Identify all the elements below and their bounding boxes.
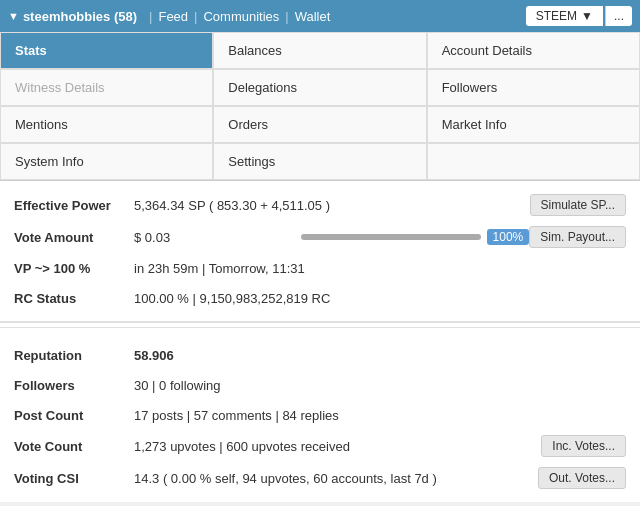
stat-row-reputation: Reputation 58.906 [14, 340, 626, 370]
section-divider [0, 327, 640, 328]
value-rc: 100.00 % | 9,150,983,252,819 RC [134, 291, 626, 306]
menu-followers[interactable]: Followers [427, 69, 640, 106]
value-followers: 30 | 0 following [134, 378, 626, 393]
triangle-icon: ▼ [8, 10, 19, 22]
brand-name: steemhobbies (58) [23, 9, 137, 24]
nav-wallet[interactable]: Wallet [295, 9, 331, 24]
menu-market-info[interactable]: Market Info [427, 106, 640, 143]
nav-communities[interactable]: Communities [203, 9, 279, 24]
value-vote-count: 1,273 upvotes | 600 upvotes received [134, 439, 541, 454]
topbar: ▼ steemhobbies (58) | Feed | Communities… [0, 0, 640, 32]
content: Effective Power 5,364.34 SP ( 853.30 + 4… [0, 181, 640, 502]
stat-row-followers: Followers 30 | 0 following [14, 370, 626, 400]
sep1: | [149, 9, 152, 24]
menu-witness-details[interactable]: Witness Details [0, 69, 213, 106]
stat-row-vote-count: Vote Count 1,273 upvotes | 600 upvotes r… [14, 430, 626, 462]
sep3: | [285, 9, 288, 24]
menu-system-info[interactable]: System Info [0, 143, 213, 180]
stats-section: Effective Power 5,364.34 SP ( 853.30 + 4… [0, 181, 640, 323]
label-vote-count: Vote Count [14, 439, 134, 454]
value-reputation: 58.906 [134, 348, 626, 363]
rep-section: Reputation 58.906 Followers 30 | 0 follo… [0, 332, 640, 502]
label-rc: RC Status [14, 291, 134, 306]
inc-votes-button[interactable]: Inc. Votes... [541, 435, 626, 457]
menu-mentions[interactable]: Mentions [0, 106, 213, 143]
value-vp: in 23h 59m | Tomorrow, 11:31 [134, 261, 626, 276]
sep2: | [194, 9, 197, 24]
menu-delegations[interactable]: Delegations [213, 69, 426, 106]
stat-row-effective-power: Effective Power 5,364.34 SP ( 853.30 + 4… [14, 189, 626, 221]
label-effective-power: Effective Power [14, 198, 134, 213]
vote-pct-badge: 100% [487, 229, 530, 245]
label-followers: Followers [14, 378, 134, 393]
label-post-count: Post Count [14, 408, 134, 423]
nav-feed[interactable]: Feed [158, 9, 188, 24]
label-voting-csi: Voting CSI [14, 471, 134, 486]
vote-slider[interactable] [301, 234, 481, 240]
label-vote-amount: Vote Amount [14, 230, 134, 245]
steem-label: STEEM [536, 9, 577, 23]
stat-row-post-count: Post Count 17 posts | 57 comments | 84 r… [14, 400, 626, 430]
value-vote-amount: $ 0.03 [134, 230, 295, 245]
more-button[interactable]: ... [605, 6, 632, 26]
menu-stats[interactable]: Stats [0, 32, 213, 69]
stat-row-voting-csi: Voting CSI 14.3 ( 0.00 % self, 94 upvote… [14, 462, 626, 494]
steem-arrow-icon: ▼ [581, 9, 593, 23]
simulate-sp-button[interactable]: Simulate SP... [530, 194, 626, 216]
stat-row-rc: RC Status 100.00 % | 9,150,983,252,819 R… [14, 283, 626, 313]
stat-row-vp: VP ~> 100 % in 23h 59m | Tomorrow, 11:31 [14, 253, 626, 283]
menu-orders[interactable]: Orders [213, 106, 426, 143]
menu-account-details[interactable]: Account Details [427, 32, 640, 69]
menu-settings[interactable]: Settings [213, 143, 426, 180]
steem-button[interactable]: STEEM ▼ [526, 6, 603, 26]
menu-grid: Stats Balances Account Details Witness D… [0, 32, 640, 181]
value-post-count: 17 posts | 57 comments | 84 replies [134, 408, 626, 423]
brand[interactable]: ▼ steemhobbies (58) [8, 9, 137, 24]
menu-balances[interactable]: Balances [213, 32, 426, 69]
stat-row-vote-amount: Vote Amount $ 0.03 100% Sim. Payout... [14, 221, 626, 253]
out-votes-button[interactable]: Out. Votes... [538, 467, 626, 489]
menu-empty [427, 143, 640, 180]
vote-amount-container: $ 0.03 100% [134, 229, 529, 245]
label-reputation: Reputation [14, 348, 134, 363]
sim-payout-button[interactable]: Sim. Payout... [529, 226, 626, 248]
value-effective-power: 5,364.34 SP ( 853.30 + 4,511.05 ) [134, 198, 530, 213]
value-voting-csi: 14.3 ( 0.00 % self, 94 upvotes, 60 accou… [134, 471, 538, 486]
label-vp: VP ~> 100 % [14, 261, 134, 276]
